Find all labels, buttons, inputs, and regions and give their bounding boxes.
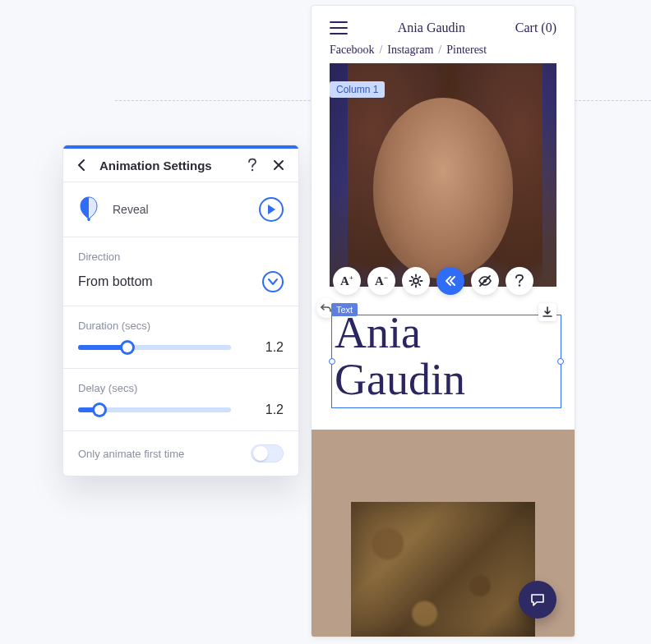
- undo-icon: [321, 302, 332, 314]
- direction-select[interactable]: From bottom: [78, 271, 284, 292]
- duration-value: 1.2: [251, 340, 284, 355]
- svg-line-10: [412, 284, 413, 285]
- direction-section: Direction From bottom: [63, 237, 298, 306]
- eye-off-icon: [478, 274, 492, 288]
- duration-slider-thumb[interactable]: [122, 343, 132, 352]
- settings-button[interactable]: [402, 267, 430, 295]
- play-icon: [266, 204, 276, 215]
- font-increase-icon: A+: [340, 274, 353, 288]
- duration-section: Duration (secs) 1.2: [63, 306, 298, 369]
- animation-settings-panel: Animation Settings Reveal Direction: [62, 145, 299, 476]
- cart-link[interactable]: Cart (0): [515, 21, 556, 35]
- separator-icon: /: [438, 44, 441, 57]
- help-button[interactable]: [244, 157, 261, 173]
- svg-point-2: [413, 278, 418, 283]
- animation-button[interactable]: [436, 267, 464, 295]
- element-type-tag[interactable]: Text: [331, 303, 358, 316]
- site-brand[interactable]: Ania Gaudin: [398, 21, 465, 35]
- question-icon: [513, 274, 526, 288]
- preset-name: Reveal: [113, 203, 246, 216]
- delay-value: 1.2: [251, 402, 284, 417]
- site-topbar: Ania Gaudin Cart (0): [312, 6, 575, 44]
- selection-outline[interactable]: [331, 315, 561, 408]
- resize-handle-right[interactable]: [557, 358, 564, 365]
- question-icon: [247, 158, 258, 172]
- hamburger-icon: [330, 21, 348, 23]
- preview-play-button[interactable]: [259, 197, 284, 222]
- social-pinterest[interactable]: Pinterest: [446, 44, 487, 57]
- font-decrease-button[interactable]: A−: [367, 267, 395, 295]
- balloon-icon: [78, 196, 99, 223]
- delay-slider[interactable]: [78, 407, 231, 412]
- panel-title: Animation Settings: [99, 159, 234, 172]
- panel-header: Animation Settings: [63, 149, 298, 182]
- element-toolbar: A+ A−: [333, 267, 533, 295]
- close-icon: [273, 159, 284, 171]
- texture-image[interactable]: [351, 502, 535, 637]
- duration-slider[interactable]: [78, 345, 231, 350]
- only-first-toggle[interactable]: [251, 444, 284, 462]
- delay-label: Delay (secs): [78, 382, 284, 394]
- svg-line-9: [419, 277, 420, 278]
- download-button[interactable]: [538, 303, 556, 321]
- back-button[interactable]: [75, 158, 90, 172]
- direction-label: Direction: [78, 251, 284, 263]
- delay-section: Delay (secs) 1.2: [63, 369, 298, 431]
- menu-button[interactable]: [330, 21, 348, 34]
- social-links: Facebook / Instagram / Pinterest: [312, 44, 575, 63]
- social-instagram[interactable]: Instagram: [387, 44, 433, 57]
- only-first-label: Only animate first time: [78, 448, 184, 460]
- chat-fab[interactable]: [519, 581, 556, 619]
- duration-label: Duration (secs): [78, 320, 284, 332]
- chat-icon: [529, 591, 546, 608]
- font-decrease-icon: A−: [375, 274, 388, 288]
- social-facebook[interactable]: Facebook: [330, 44, 374, 57]
- resize-handle-left[interactable]: [329, 358, 335, 365]
- svg-point-0: [252, 169, 253, 171]
- svg-line-8: [419, 284, 420, 285]
- chevron-down-icon: [268, 278, 278, 286]
- toggle-knob: [253, 446, 268, 461]
- svg-point-13: [519, 284, 520, 286]
- close-button[interactable]: [270, 157, 287, 173]
- svg-line-7: [412, 277, 413, 278]
- font-increase-button[interactable]: A+: [333, 267, 361, 295]
- only-first-section: Only animate first time: [63, 431, 298, 476]
- help-button[interactable]: [506, 267, 533, 295]
- separator-icon: /: [379, 44, 382, 57]
- chevron-left-icon: [77, 159, 87, 171]
- mobile-preview: Ania Gaudin Cart (0) Facebook / Instagra…: [311, 5, 575, 637]
- svg-marker-1: [268, 205, 275, 214]
- delay-slider-thumb[interactable]: [95, 405, 104, 415]
- animation-icon: [443, 274, 458, 288]
- column-tag[interactable]: Column 1: [330, 81, 385, 98]
- preset-section: Reveal: [63, 182, 298, 237]
- visibility-button[interactable]: [471, 267, 499, 295]
- gear-icon: [409, 274, 423, 288]
- direction-dropdown-toggle[interactable]: [262, 271, 284, 292]
- duration-slider-fill: [78, 345, 127, 350]
- direction-value: From bottom: [78, 274, 153, 289]
- download-icon: [542, 306, 552, 318]
